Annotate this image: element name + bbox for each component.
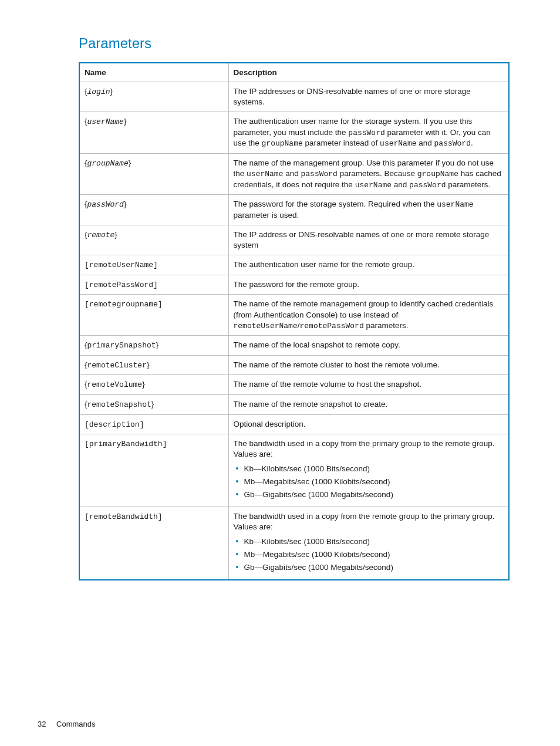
- param-desc: The name of the remote management group …: [228, 295, 509, 336]
- param-name: {groupName}: [79, 153, 228, 194]
- param-desc: Optional description.: [228, 414, 509, 434]
- table-row: [remoteUserName] The authentication user…: [79, 255, 509, 275]
- list-item: Mb—Megabits/sec (1000 Kilobits/second): [244, 549, 504, 560]
- table-row: [remoteBandwidth] The bandwidth used in …: [79, 507, 509, 580]
- list-item: Kb—Kilobits/sec (1000 Bits/second): [244, 464, 504, 474]
- param-name: {login}: [79, 82, 228, 112]
- value-list: Kb—Kilobits/sec (1000 Bits/second) Mb—Me…: [234, 536, 504, 573]
- param-desc: The authentication user name for the sto…: [228, 112, 509, 153]
- param-name: {passWord}: [79, 195, 228, 225]
- col-desc: Description: [228, 63, 509, 82]
- param-name: [remotePassWord]: [79, 275, 228, 295]
- param-name: [remotegroupname]: [79, 295, 228, 336]
- list-item: Gb—Gigabits/sec (1000 Megabits/second): [244, 562, 504, 573]
- param-desc: The name of the remote snapshot to creat…: [228, 394, 509, 414]
- col-name: Name: [79, 63, 228, 82]
- table-row: {remoteCluster} The name of the remote c…: [79, 355, 509, 375]
- table-row: [primaryBandwidth] The bandwidth used in…: [79, 434, 509, 507]
- table-row: {primarySnapshot} The name of the local …: [79, 336, 509, 356]
- table-row: {groupName} The name of the management g…: [79, 153, 509, 194]
- table-row: {login} The IP addresses or DNS-resolvab…: [79, 82, 509, 112]
- param-desc: The IP addresses or DNS-resolvable names…: [228, 82, 509, 112]
- param-desc: The name of the management group. Use th…: [228, 153, 509, 194]
- param-desc: The name of the remote cluster to host t…: [228, 355, 509, 375]
- param-desc: The password for the remote group.: [228, 275, 509, 295]
- section-heading: Parameters: [79, 35, 522, 52]
- param-name: [remoteBandwidth]: [79, 507, 228, 580]
- param-desc: The name of the remote volume to host th…: [228, 375, 509, 395]
- param-name: {remote}: [79, 225, 228, 255]
- page: Parameters Name Description {login} The …: [0, 0, 560, 746]
- page-number: 32: [38, 720, 46, 728]
- param-name: {remoteVolume}: [79, 375, 228, 395]
- param-desc: The password for the storage system. Req…: [228, 195, 509, 225]
- table-row: [remotePassWord] The password for the re…: [79, 275, 509, 295]
- param-desc: The name of the local snapshot to remote…: [228, 336, 509, 356]
- table-row: [description] Optional description.: [79, 414, 509, 434]
- param-name: [primaryBandwidth]: [79, 434, 228, 507]
- value-list: Kb—Kilobits/sec (1000 Bits/second) Mb—Me…: [234, 464, 504, 501]
- param-desc: The authentication user name for the rem…: [228, 255, 509, 275]
- param-name: [description]: [79, 414, 228, 434]
- parameters-table: Name Description {login} The IP addresse…: [79, 62, 510, 580]
- table-row: {userName} The authentication user name …: [79, 112, 509, 153]
- param-name: [remoteUserName]: [79, 255, 228, 275]
- table-row: {remoteSnapshot} The name of the remote …: [79, 394, 509, 414]
- param-desc: The bandwidth used in a copy from the pr…: [228, 434, 509, 507]
- param-name: {remoteCluster}: [79, 355, 228, 375]
- param-name: {userName}: [79, 112, 228, 153]
- table-row: [remotegroupname] The name of the remote…: [79, 295, 509, 336]
- list-item: Mb—Megabits/sec (1000 Kilobits/second): [244, 477, 504, 487]
- param-desc: The IP address or DNS-resolvable names o…: [228, 225, 509, 255]
- table-row: {passWord} The password for the storage …: [79, 195, 509, 225]
- table-header-row: Name Description: [79, 63, 509, 82]
- table-row: {remote} The IP address or DNS-resolvabl…: [79, 225, 509, 255]
- list-item: Gb—Gigabits/sec (1000 Megabits/second): [244, 490, 504, 500]
- param-name: {primarySnapshot}: [79, 336, 228, 356]
- list-item: Kb—Kilobits/sec (1000 Bits/second): [244, 536, 504, 547]
- footer-section: Commands: [56, 720, 95, 728]
- page-footer: 32 Commands: [38, 720, 96, 728]
- param-desc: The bandwidth used in a copy from the re…: [228, 507, 509, 580]
- table-row: {remoteVolume} The name of the remote vo…: [79, 375, 509, 395]
- param-name: {remoteSnapshot}: [79, 394, 228, 414]
